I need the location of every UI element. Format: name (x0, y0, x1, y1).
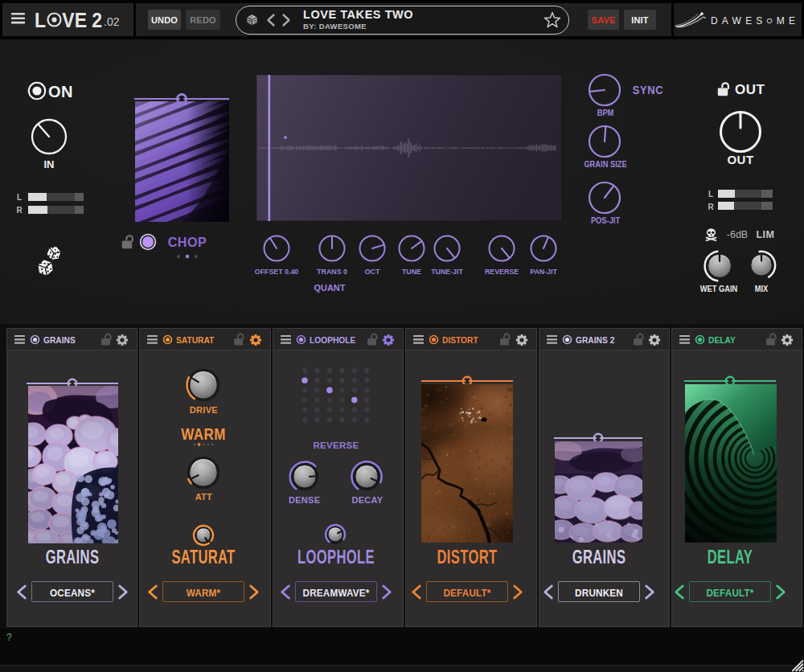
svg-text:?: ? (248, 19, 250, 24)
svg-text:?: ? (253, 19, 256, 24)
